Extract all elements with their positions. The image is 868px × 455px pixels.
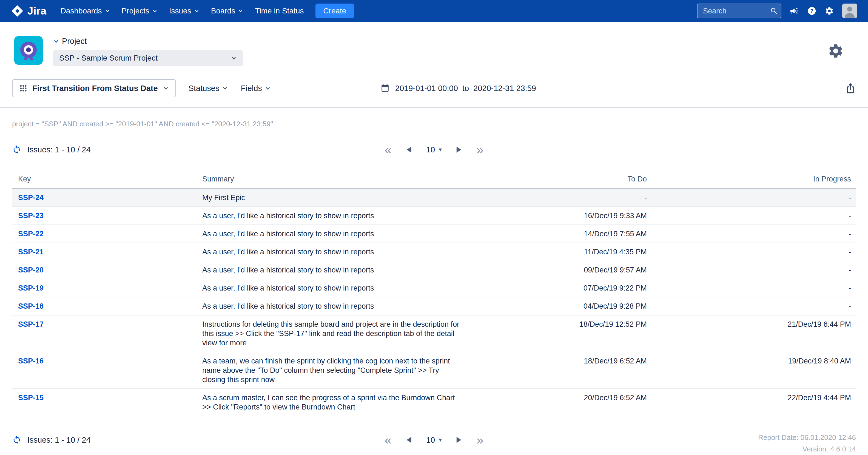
report-version: Version: 4.6.0.14 [758,443,856,455]
jira-logo-icon [11,5,24,17]
caret-down-icon: ▾ [439,146,442,153]
issue-key-link[interactable]: SSP-18 [18,302,43,310]
column-header-todo: To Do [465,169,652,189]
project-section-toggle[interactable]: Project [53,37,243,46]
nav-item-time-in-status[interactable]: Time in Status [249,0,309,22]
issue-key-link[interactable]: SSP-21 [18,248,43,256]
chevron-down-icon [105,8,110,14]
statuses-dropdown[interactable]: Statuses [189,84,228,93]
help-icon[interactable]: ? [807,6,816,16]
issue-key-link[interactable]: SSP-16 [18,357,43,365]
nav-item-label: Projects [122,7,149,16]
filter-row: First Transition From Status Date Status… [0,79,868,97]
last-page-button[interactable]: » [476,434,484,446]
column-header-inprogress: In Progress [652,169,856,189]
refresh-icon[interactable] [12,435,21,445]
report-type-label: First Transition From Status Date [32,84,158,93]
issues-table-body: SSP-24My First Epic--SSP-23As a user, I'… [12,189,856,416]
jira-brand[interactable]: Jira [11,5,46,17]
issues-count: Issues: 1 - 10 / 24 [27,435,91,445]
date-to: 2020-12-31 23:59 [473,84,536,93]
top-nav: Jira Dashboards Projects Issues Boards T… [0,0,868,22]
issue-key-link[interactable]: SSP-17 [18,320,43,328]
page-size-select[interactable]: 10 ▾ [426,145,442,154]
next-page-button[interactable] [456,146,462,153]
issues-count: Issues: 1 - 10 / 24 [27,145,91,154]
table-row: SSP-20As a user, I'd like a historical s… [12,261,856,279]
brand-name: Jira [27,5,46,17]
prev-page-button[interactable] [406,436,412,444]
main-content: Project SSP - Sample Scrum Project First… [0,22,868,448]
issue-key-link[interactable]: SSP-15 [18,394,43,402]
page-size-value: 10 [426,145,435,154]
date-from: 2019-01-01 00:00 [395,84,458,93]
main-menu: Dashboards Projects Issues Boards Time i… [55,0,310,22]
chevron-down-icon [238,8,243,14]
page-size-select[interactable]: 10 ▾ [426,435,442,445]
chevron-down-icon [152,8,158,14]
fields-dropdown[interactable]: Fields [241,84,271,93]
jql-query-text: project = "SSP" AND created >= "2019-01-… [12,120,856,128]
table-row: SSP-19As a user, I'd like a historical s… [12,279,856,297]
todo-value: 18/Dec/19 6:52 AM [465,352,652,389]
issue-key-link[interactable]: SSP-20 [18,266,43,274]
issue-key-link[interactable]: SSP-22 [18,230,43,238]
issue-summary: Instructions for deleting this sample bo… [202,320,460,347]
todo-value: 18/Dec/19 12:52 PM [465,315,652,352]
date-range-control[interactable]: 2019-01-01 00:00 to 2020-12-31 23:59 [380,84,536,93]
prev-page-button[interactable] [406,146,412,153]
export-icon[interactable] [845,83,856,94]
refresh-icon[interactable] [12,145,21,154]
column-header-key: Key [12,169,202,189]
svg-text:?: ? [810,8,813,14]
chevron-down-icon [222,85,228,91]
table-row: SSP-15As a scrum master, I can see the p… [12,389,856,416]
create-button[interactable]: Create [315,4,354,18]
table-header-row: Key Summary To Do In Progress [12,169,856,189]
announcements-icon[interactable] [789,6,799,16]
project-select-value: SSP - Sample Scrum Project [59,54,158,62]
statuses-label: Statuses [189,84,220,93]
first-page-button[interactable]: « [384,434,392,446]
first-page-button[interactable]: « [384,143,392,156]
issue-key-link[interactable]: SSP-23 [18,212,43,220]
next-page-button[interactable] [456,436,462,444]
issue-summary: As a user, I'd like a historical story t… [202,265,460,275]
last-page-button[interactable]: » [476,143,484,156]
chevron-down-icon [265,85,271,91]
chevron-down-icon [231,55,237,61]
issue-key-link[interactable]: SSP-19 [18,284,43,292]
project-select[interactable]: SSP - Sample Scrum Project [53,50,243,66]
nav-item-label: Time in Status [255,7,304,16]
search-icon[interactable] [770,7,778,15]
issue-summary: As a user, I'd like a historical story t… [202,211,460,220]
search-input[interactable] [697,4,781,18]
search-box [697,4,781,18]
table-row: SSP-24My First Epic-- [12,189,856,207]
pagination: « 10 ▾ » [384,143,484,156]
inprogress-value: - [652,261,856,279]
issue-summary: As a team, we can finish the sprint by c… [202,356,460,384]
nav-item-label: Boards [211,7,236,16]
nav-item-issues[interactable]: Issues [163,0,205,22]
report-type-dropdown[interactable]: First Transition From Status Date [12,79,176,97]
nav-item-boards[interactable]: Boards [205,0,249,22]
inprogress-value: 22/Dec/19 4:44 PM [652,389,856,416]
calendar-icon [380,84,390,93]
gear-icon[interactable] [825,6,834,16]
table-row: SSP-22As a user, I'd like a historical s… [12,225,856,243]
nav-item-projects[interactable]: Projects [116,0,163,22]
report-settings-gear-icon[interactable] [828,43,844,59]
inprogress-value: - [652,297,856,315]
inprogress-value: - [652,225,856,243]
table-row: SSP-17Instructions for deleting this sam… [12,315,856,352]
issues-bar-bottom: Issues: 1 - 10 / 24 « 10 ▾ » Report Date… [0,432,868,448]
issue-key-link[interactable]: SSP-24 [18,193,43,202]
report-date: Report Date: 06.01.2020 12:46 [758,432,856,443]
todo-value: 14/Dec/19 7:55 AM [465,225,652,243]
user-avatar[interactable] [842,4,857,18]
issue-summary: As a user, I'd like a historical story t… [202,247,460,256]
inprogress-value: 19/Dec/19 8:40 AM [652,352,856,389]
report-meta: Report Date: 06.01.2020 12:46 Version: 4… [758,432,856,455]
nav-item-dashboards[interactable]: Dashboards [55,0,116,22]
